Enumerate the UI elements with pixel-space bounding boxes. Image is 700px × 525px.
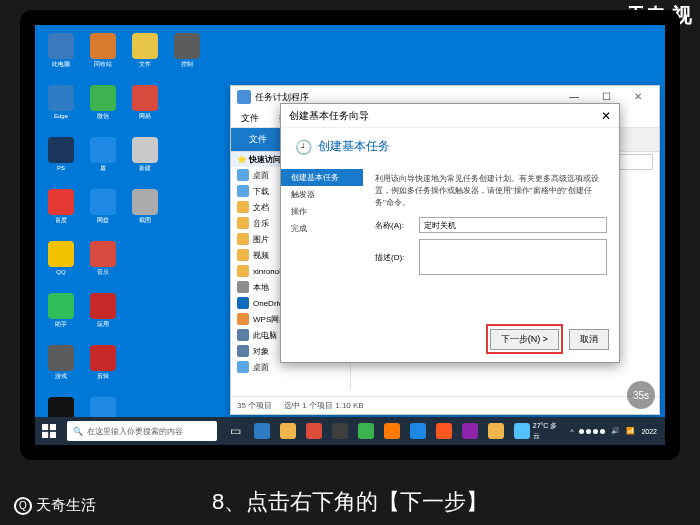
app-icon-4[interactable]	[433, 420, 455, 442]
folder-icon	[237, 201, 249, 213]
desktop-icon[interactable]: 新建	[127, 137, 163, 181]
desktop-icon[interactable]	[169, 85, 205, 129]
watermark-bottom-left: Q 天奇生活	[14, 496, 96, 515]
desc-field[interactable]	[419, 239, 607, 275]
wizard-step-action[interactable]: 操作	[281, 203, 363, 220]
chrome-icon[interactable]	[303, 420, 325, 442]
desktop-icon[interactable]: 文件	[127, 33, 163, 77]
monitor-frame: 此电脑回收站文件控制Edge微信网易PS盾新建百度网盘截图QQ音乐助手应用游戏剪…	[20, 10, 680, 460]
wizard-body: 创建基本任务 触发器 操作 完成 利用该向导快速地为常见任务创建计划。有关更多高…	[281, 165, 619, 325]
taskbar[interactable]: 🔍 在这里输入你要搜索的内容 ▭ 27°C 多云 ^	[35, 417, 665, 445]
desktop-icon[interactable]: 此电脑	[43, 33, 79, 77]
icon-label: 盾	[100, 165, 106, 171]
icon-label: 控制	[181, 61, 193, 67]
edge-icon[interactable]	[251, 420, 273, 442]
nav-label: 音乐	[253, 218, 269, 229]
name-row: 名称(A):	[375, 217, 607, 233]
folder-icon	[237, 217, 249, 229]
app-icon-5[interactable]	[459, 420, 481, 442]
app-icon	[48, 293, 74, 319]
wizard-title: 创建基本任务向导	[289, 109, 369, 123]
desktop-icon[interactable]: 音乐	[85, 241, 121, 285]
close-button[interactable]: ✕	[623, 88, 653, 106]
icon-label: 截图	[139, 217, 151, 223]
nav-label: 桌面	[253, 170, 269, 181]
desktop-icon[interactable]	[127, 241, 163, 285]
status-bar: 35 个项目 选中 1 个项目 1.10 KB	[231, 396, 659, 414]
taskbar-search[interactable]: 🔍 在这里输入你要搜索的内容	[67, 421, 217, 441]
desktop-icon[interactable]	[127, 345, 163, 389]
desktop-icon[interactable]: 控制	[169, 33, 205, 77]
wizard-description: 利用该向导快速地为常见任务创建计划。有关更多高级选项或设置，例如多任务操作或触发…	[375, 173, 607, 209]
wizard-step-basic[interactable]: 创建基本任务	[281, 169, 363, 186]
wizard-step-finish[interactable]: 完成	[281, 220, 363, 237]
folder-icon	[237, 249, 249, 261]
explorer-icon[interactable]	[277, 420, 299, 442]
app-icon	[48, 241, 74, 267]
weather-widget[interactable]: 27°C 多云	[533, 421, 564, 441]
desktop-icon[interactable]: 游戏	[43, 345, 79, 389]
icon-label: 助手	[55, 321, 67, 327]
clock[interactable]: 2022	[641, 428, 657, 435]
desktop-icon[interactable]: 截图	[127, 189, 163, 233]
tray-chevron-icon[interactable]: ^	[570, 428, 573, 435]
menu-item[interactable]: 文件	[231, 108, 269, 127]
cancel-button[interactable]: 取消	[569, 329, 609, 350]
desktop-icons-grid: 此电脑回收站文件控制Edge微信网易PS盾新建百度网盘截图QQ音乐助手应用游戏剪…	[43, 33, 251, 445]
folder-icon	[237, 233, 249, 245]
app-icon	[48, 345, 74, 371]
desktop-icon[interactable]: 剪辑	[85, 345, 121, 389]
icon-label: Edge	[54, 113, 68, 119]
highlight-box: 下一步(N) >	[486, 324, 563, 354]
desktop-icon[interactable]	[169, 189, 205, 233]
ribbon-tab-file[interactable]: 文件	[231, 128, 286, 151]
wizard-close-button[interactable]: ✕	[601, 109, 611, 123]
desktop-icon[interactable]: 盾	[85, 137, 121, 181]
desktop-icon[interactable]: 网盘	[85, 189, 121, 233]
create-basic-task-wizard[interactable]: 创建基本任务向导 ✕ 🕘 创建基本任务 创建基本任务 触发器 操作 完成 利用该…	[280, 103, 620, 363]
name-field[interactable]	[419, 217, 607, 233]
wizard-header: 🕘 创建基本任务	[281, 128, 619, 165]
task-view-icon[interactable]: ▭	[225, 420, 247, 442]
desktop-icon[interactable]	[169, 345, 205, 389]
desktop-icon[interactable]: 微信	[85, 85, 121, 129]
desktop-icon[interactable]: 回收站	[85, 33, 121, 77]
desktop-icon[interactable]	[211, 33, 247, 77]
desktop-icon[interactable]: PS	[43, 137, 79, 181]
app-icon-2[interactable]	[381, 420, 403, 442]
desktop-icon[interactable]: Edge	[43, 85, 79, 129]
next-button[interactable]: 下一步(N) >	[490, 329, 559, 350]
system-tray[interactable]: 27°C 多云 ^ 🔊 📶 2022	[533, 421, 665, 441]
store-icon[interactable]	[329, 420, 351, 442]
desktop-icon[interactable]	[127, 293, 163, 337]
desktop-icon[interactable]	[169, 137, 205, 181]
video-caption: 8、点击右下角的【下一步】	[0, 487, 700, 517]
desktop-icon[interactable]	[169, 293, 205, 337]
desktop-icon[interactable]: 应用	[85, 293, 121, 337]
folder-icon	[237, 185, 249, 197]
app-icon	[132, 33, 158, 59]
name-label: 名称(A):	[375, 220, 419, 231]
app-icon-1[interactable]	[355, 420, 377, 442]
desktop-icon[interactable]: QQ	[43, 241, 79, 285]
app-icon-3[interactable]	[407, 420, 429, 442]
desktop-icon[interactable]: 百度	[43, 189, 79, 233]
wizard-titlebar[interactable]: 创建基本任务向导 ✕	[281, 104, 619, 128]
volume-icon[interactable]: 🔊	[611, 427, 620, 435]
icon-label: 音乐	[97, 269, 109, 275]
wizard-steps: 创建基本任务 触发器 操作 完成	[281, 165, 363, 325]
network-icon[interactable]: 📶	[626, 427, 635, 435]
desktop-icon[interactable]: 网易	[127, 85, 163, 129]
app-icon	[90, 85, 116, 111]
app-icon-6[interactable]	[485, 420, 507, 442]
start-button[interactable]	[35, 417, 63, 445]
app-icon-7[interactable]	[511, 420, 533, 442]
nav-label: xinronok	[253, 267, 283, 276]
desktop-icon[interactable]: 助手	[43, 293, 79, 337]
app-icon	[132, 137, 158, 163]
wizard-form: 利用该向导快速地为常见任务创建计划。有关更多高级选项或设置，例如多任务操作或触发…	[363, 165, 619, 325]
wizard-step-trigger[interactable]: 触发器	[281, 186, 363, 203]
desktop-icon[interactable]	[169, 241, 205, 285]
window-title: 任务计划程序	[255, 91, 309, 104]
tray-icons[interactable]	[579, 429, 605, 434]
